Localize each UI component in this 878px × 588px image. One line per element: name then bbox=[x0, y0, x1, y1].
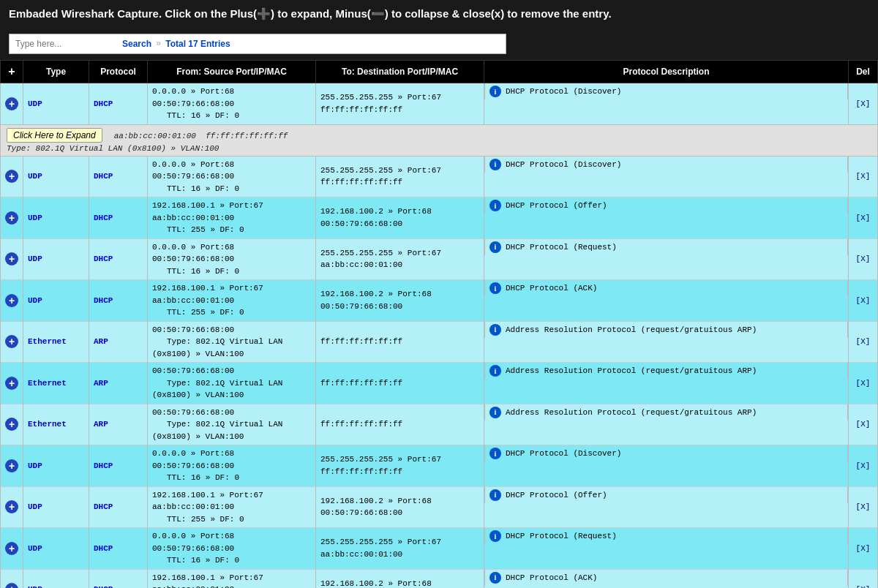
desc-text: DHCP Protocol (Discover) bbox=[506, 87, 621, 96]
desc-cell: iDHCP Protocol (Request) bbox=[484, 239, 848, 255]
delete-cell[interactable]: [X] bbox=[849, 445, 878, 487]
info-icon[interactable]: i bbox=[489, 324, 501, 336]
delete-cell[interactable]: [X] bbox=[849, 569, 878, 588]
expand-cell: + bbox=[1, 569, 23, 588]
desc-text: DHCP Protocol (Discover) bbox=[506, 160, 621, 169]
to-cell: ff:ff:ff:ff:ff:ff bbox=[316, 404, 484, 445]
type-cell: Ethernet bbox=[23, 363, 89, 404]
delete-cell[interactable]: [X] bbox=[849, 528, 878, 570]
delete-cell[interactable]: [X] bbox=[849, 404, 878, 445]
to-cell: 192.168.100.2 » Port:6800:50:79:66:68:00 bbox=[316, 486, 484, 528]
desc-text: DHCP Protocol (Discover) bbox=[506, 449, 621, 458]
type-cell: UDP bbox=[23, 238, 89, 280]
info-icon[interactable]: i bbox=[489, 159, 501, 170]
info-icon[interactable]: i bbox=[489, 365, 501, 377]
expand-button[interactable]: + bbox=[5, 170, 18, 183]
to-cell: 192.168.100.2 » Port:6800:50:79:66:68:00 bbox=[316, 569, 484, 588]
from-cell: 192.168.100.1 » Port:67aa:bb:cc:00:01:00… bbox=[148, 486, 316, 528]
info-icon[interactable]: i bbox=[489, 572, 501, 584]
to-cell: 255.255.255.255 » Port:67aa:bb:cc:00:01:… bbox=[316, 238, 484, 280]
type-cell: UDP bbox=[23, 280, 89, 322]
from-cell: 00:50:79:66:68:00Type: 802.1Q Virtual LA… bbox=[148, 363, 316, 404]
delete-cell[interactable]: [X] bbox=[849, 280, 878, 322]
expand-cell: + bbox=[1, 528, 23, 570]
desc-text: DHCP Protocol (Request) bbox=[506, 532, 617, 540]
info-icon[interactable]: i bbox=[489, 407, 501, 418]
expand-button[interactable]: + bbox=[5, 583, 18, 588]
delete-cell[interactable]: [X] bbox=[849, 238, 878, 280]
info-icon[interactable]: i bbox=[489, 200, 501, 211]
search-button[interactable]: Search bbox=[122, 39, 151, 49]
to-cell: 255.255.255.255 » Port:67ff:ff:ff:ff:ff:… bbox=[316, 445, 484, 487]
table-row: +UDPDHCP0.0.0.0 » Port:6800:50:79:66:68:… bbox=[1, 445, 878, 487]
type-cell: UDP bbox=[23, 156, 89, 197]
protocol-cell: DHCP bbox=[89, 486, 148, 528]
expand-button[interactable]: + bbox=[5, 418, 18, 431]
search-container: Search » Total 17 Entries bbox=[9, 34, 506, 54]
type-cell: UDP bbox=[23, 486, 89, 528]
expand-button[interactable]: + bbox=[5, 377, 18, 390]
expand-button[interactable]: + bbox=[5, 294, 18, 307]
expand-button[interactable]: + bbox=[5, 542, 18, 555]
protocol-cell: DHCP bbox=[89, 156, 148, 197]
type-cell: UDP bbox=[23, 83, 89, 125]
info-icon[interactable]: i bbox=[489, 530, 501, 542]
to-cell: 255.255.255.255 » Port:67aa:bb:cc:00:01:… bbox=[316, 528, 484, 570]
info-icon[interactable]: i bbox=[489, 282, 501, 294]
type-cell: UDP bbox=[23, 445, 89, 487]
desc-cell: iDHCP Protocol (Offer) bbox=[484, 197, 848, 214]
table-row: Click Here to Expandaa:bb:cc:00:01:00 ff… bbox=[1, 124, 878, 156]
table-row: +UDPDHCP192.168.100.1 » Port:67aa:bb:cc:… bbox=[1, 280, 878, 322]
table-row: +UDPDHCP192.168.100.1 » Port:67aa:bb:cc:… bbox=[1, 486, 878, 528]
info-icon[interactable]: i bbox=[489, 489, 501, 501]
from-cell: 0.0.0.0 » Port:6800:50:79:66:68:00TTL: 1… bbox=[148, 83, 316, 125]
expand-button[interactable]: + bbox=[5, 252, 18, 265]
desc-column-header: Protocol Description bbox=[484, 61, 849, 83]
to-cell: 255.255.255.255 » Port:67ff:ff:ff:ff:ff:… bbox=[316, 83, 484, 125]
table-row: +UDPDHCP0.0.0.0 » Port:6800:50:79:66:68:… bbox=[1, 156, 878, 197]
info-icon[interactable]: i bbox=[489, 448, 501, 459]
from-column-header: From: Source Port/IP/MAC bbox=[148, 61, 316, 83]
from-cell: 192.168.100.1 » Port:67aa:bb:cc:00:01:00… bbox=[148, 197, 316, 239]
tooltip-expand-label[interactable]: Click Here to Expand bbox=[7, 128, 102, 143]
protocol-cell: DHCP bbox=[89, 83, 148, 125]
desc-cell: iAddress Resolution Protocol (request/gr… bbox=[484, 404, 848, 421]
expand-cell: + bbox=[1, 486, 23, 528]
delete-cell[interactable]: [X] bbox=[849, 486, 878, 528]
expand-button[interactable]: + bbox=[5, 500, 18, 513]
type-cell: UDP bbox=[23, 528, 89, 570]
table-row: +UDPDHCP192.168.100.1 » Port:67aa:bb:cc:… bbox=[1, 197, 878, 239]
delete-cell[interactable]: [X] bbox=[849, 321, 878, 363]
type-cell: Ethernet bbox=[23, 404, 89, 445]
delete-cell[interactable]: [X] bbox=[849, 156, 878, 197]
desc-cell: iDHCP Protocol (ACK) bbox=[484, 570, 848, 586]
table-row: +UDPDHCP0.0.0.0 » Port:6800:50:79:66:68:… bbox=[1, 83, 878, 125]
expand-button[interactable]: + bbox=[5, 97, 18, 110]
delete-cell[interactable]: [X] bbox=[849, 197, 878, 239]
desc-text: DHCP Protocol (ACK) bbox=[506, 284, 597, 293]
page-title: Embaded Wireshark Capture. Click on the … bbox=[9, 7, 612, 20]
desc-cell: iAddress Resolution Protocol (request/gr… bbox=[484, 363, 848, 379]
expand-cell: + bbox=[1, 321, 23, 363]
packet-table: + Type Protocol From: Source Port/IP/MAC… bbox=[0, 60, 878, 588]
del-column-header: Del bbox=[849, 61, 878, 83]
expand-button[interactable]: + bbox=[5, 459, 18, 472]
search-input[interactable] bbox=[15, 39, 118, 49]
desc-text: DHCP Protocol (Offer) bbox=[506, 201, 607, 210]
protocol-cell: DHCP bbox=[89, 445, 148, 487]
add-column-header[interactable]: + bbox=[1, 61, 23, 83]
table-row: +EthernetARP00:50:79:66:68:00Type: 802.1… bbox=[1, 404, 878, 445]
desc-cell: iDHCP Protocol (Offer) bbox=[484, 487, 848, 503]
from-cell: 00:50:79:66:68:00Type: 802.1Q Virtual LA… bbox=[148, 321, 316, 363]
expand-button[interactable]: + bbox=[5, 211, 18, 225]
desc-text: DHCP Protocol (ACK) bbox=[506, 573, 597, 582]
expand-button[interactable]: + bbox=[5, 335, 18, 348]
table-row: +UDPDHCP0.0.0.0 » Port:6800:50:79:66:68:… bbox=[1, 238, 878, 280]
expand-cell: + bbox=[1, 197, 23, 239]
to-cell: 255.255.255.255 » Port:67ff:ff:ff:ff:ff:… bbox=[316, 156, 484, 197]
delete-cell[interactable]: [X] bbox=[849, 363, 878, 404]
type-column-header: Type bbox=[23, 61, 89, 83]
info-icon[interactable]: i bbox=[489, 86, 501, 97]
info-icon[interactable]: i bbox=[489, 241, 501, 253]
delete-cell[interactable]: [X] bbox=[849, 83, 878, 125]
